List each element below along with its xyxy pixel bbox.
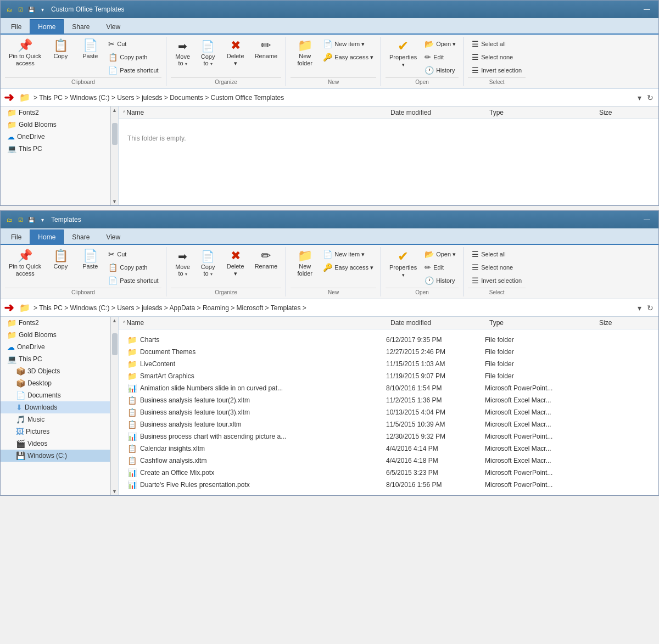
easy-access-button[interactable]: 🔑Easy access ▾ <box>320 51 376 63</box>
nav-scrollbar-track[interactable]: ▲ ▼ <box>110 107 118 205</box>
history-button[interactable]: 🕐History <box>422 275 459 287</box>
tab-share[interactable]: Share <box>64 229 98 244</box>
move-to-button[interactable]: ➡Moveto ▾ <box>171 248 195 278</box>
column-header-name[interactable]: ^ Name <box>123 319 390 327</box>
file-row[interactable]: 📋Business analysis feature tour(2).xltm1… <box>123 394 654 406</box>
column-header-date-modified[interactable]: Date modified <box>390 319 489 327</box>
file-row[interactable]: 📊Animation slide Numbers slide in on cur… <box>123 382 654 394</box>
rename-button[interactable]: ✏Rename <box>251 248 282 272</box>
nav-item-pictures[interactable]: 🖼Pictures <box>1 425 110 438</box>
paste-button[interactable]: 📄Paste <box>76 38 104 61</box>
invert-selection-button[interactable]: ☰Invert selection <box>468 275 526 287</box>
file-row[interactable]: 📋Business analysis feature tour.xltm11/5… <box>123 418 654 430</box>
nav-item-gold-blooms[interactable]: 📁Gold Blooms <box>1 329 110 341</box>
nav-item-this-pc[interactable]: 💻This PC <box>1 353 110 365</box>
nav-item-onedrive[interactable]: ☁OneDrive <box>1 341 110 353</box>
select-none-button[interactable]: ☰Select none <box>468 261 526 273</box>
file-row[interactable]: 📁Document Themes12/27/2015 2:46 PMFile f… <box>123 346 654 358</box>
copy-to-button[interactable]: 📄Copyto ▾ <box>196 38 220 68</box>
edit-button[interactable]: ✏Edit <box>422 261 459 273</box>
file-row[interactable]: 📊Business process chart with ascending p… <box>123 430 654 443</box>
copy-to-button[interactable]: 📄Copyto ▾ <box>196 248 220 278</box>
select-all-button[interactable]: ☰Select all <box>468 38 526 50</box>
scrollbar-thumb[interactable] <box>112 333 118 355</box>
select-all-button[interactable]: ☰Select all <box>468 248 526 260</box>
nav-item-onedrive[interactable]: ☁OneDrive <box>1 131 110 143</box>
new-folder-button[interactable]: 📁Newfolder <box>291 248 319 279</box>
nav-item-desktop[interactable]: 📦Desktop <box>1 377 110 389</box>
nav-item-music[interactable]: 🎵Music <box>1 413 110 425</box>
column-header-size[interactable]: Size <box>599 319 654 327</box>
file-row[interactable]: 📊Create an Office Mix.potx6/5/2015 3:23 … <box>123 467 654 479</box>
file-row[interactable]: 📊Duarte's Five Rules presentation.potx8/… <box>123 479 654 491</box>
file-row[interactable]: 📋Calendar insights.xltm4/4/2016 4:14 PMM… <box>123 443 654 455</box>
properties-button[interactable]: ✔Properties▾ <box>386 248 421 280</box>
minimize-button[interactable]: — <box>640 214 654 225</box>
scrollbar-down-arrow[interactable]: ▼ <box>111 198 119 205</box>
new-folder-button[interactable]: 📁Newfolder <box>291 38 319 69</box>
edit-button[interactable]: ✏Edit <box>422 51 459 63</box>
file-row[interactable]: 📁Charts6/12/2017 9:35 PMFile folder <box>123 334 654 346</box>
cut-button[interactable]: ✂Cut <box>105 248 161 260</box>
copy-button[interactable]: 📋Copy <box>46 248 75 272</box>
file-row[interactable]: 📋Business analysis feature tour(3).xltm1… <box>123 406 654 418</box>
tab-view[interactable]: View <box>98 229 129 244</box>
open-button[interactable]: 📂Open ▾ <box>422 248 459 260</box>
pin-to-quick-access-button[interactable]: 📌Pin to Quickaccess <box>5 248 45 279</box>
column-header-type[interactable]: Type <box>489 319 599 327</box>
nav-item-documents[interactable]: 📄Documents <box>1 389 110 401</box>
nav-item-windows-c:[interactable]: 💾Windows (C:) <box>1 450 110 462</box>
properties-button[interactable]: ✔Properties▾ <box>386 38 421 70</box>
select-none-button[interactable]: ☰Select none <box>468 51 526 63</box>
scrollbar-up-arrow[interactable]: ▲ <box>111 107 119 114</box>
pin-to-quick-access-button[interactable]: 📌Pin to Quickaccess <box>5 38 45 69</box>
address-path[interactable]: > This PC > Windows (C:) > Users > jules… <box>33 304 633 312</box>
copy-path-button[interactable]: 📋Copy path <box>105 261 161 273</box>
invert-selection-button[interactable]: ☰Invert selection <box>468 64 526 76</box>
address-refresh-button[interactable]: ↻ <box>645 303 655 313</box>
tab-view[interactable]: View <box>98 19 129 33</box>
column-header-name[interactable]: ^ Name <box>123 109 390 116</box>
file-row[interactable]: 📁SmartArt Graphics11/19/2015 9:07 PMFile… <box>123 370 654 382</box>
tab-file[interactable]: File <box>3 19 30 33</box>
address-refresh-button[interactable]: ↻ <box>645 93 655 103</box>
tab-share[interactable]: Share <box>64 19 98 33</box>
nav-item-fonts2[interactable]: 📁Fonts2 <box>1 317 110 329</box>
move-to-button[interactable]: ➡Moveto ▾ <box>171 38 195 68</box>
paste-shortcut-button[interactable]: 📄Paste shortcut <box>105 275 161 287</box>
copy-path-button[interactable]: 📋Copy path <box>105 51 161 63</box>
address-path[interactable]: > This PC > Windows (C:) > Users > jules… <box>33 94 633 102</box>
scrollbar-up-arrow[interactable]: ▲ <box>111 317 119 324</box>
cut-button[interactable]: ✂Cut <box>105 38 161 50</box>
scrollbar-thumb[interactable] <box>112 123 118 145</box>
file-row[interactable]: 📋Cashflow analysis.xltm4/4/2016 4:18 PMM… <box>123 455 654 467</box>
easy-access-button[interactable]: 🔑Easy access ▾ <box>320 261 376 273</box>
column-header-size[interactable]: Size <box>599 109 654 116</box>
new-item-button[interactable]: 📄New item ▾ <box>320 38 376 50</box>
column-header-date-modified[interactable]: Date modified <box>390 109 489 116</box>
file-row[interactable]: 📁LiveContent11/15/2015 1:03 AMFile folde… <box>123 358 654 370</box>
open-button[interactable]: 📂Open ▾ <box>422 38 459 50</box>
nav-scrollbar-track[interactable]: ▲ ▼ <box>110 317 118 495</box>
delete-button[interactable]: ✖Delete▾ <box>221 38 250 69</box>
nav-item-fonts2[interactable]: 📁Fonts2 <box>1 107 110 119</box>
paste-button[interactable]: 📄Paste <box>76 248 104 272</box>
column-header-type[interactable]: Type <box>489 109 599 116</box>
copy-button[interactable]: 📋Copy <box>46 38 75 61</box>
minimize-button[interactable]: — <box>640 4 654 15</box>
tab-home[interactable]: Home <box>30 229 64 244</box>
delete-button[interactable]: ✖Delete▾ <box>221 248 250 279</box>
nav-item-3d-objects[interactable]: 📦3D Objects <box>1 365 110 377</box>
rename-button[interactable]: ✏Rename <box>251 38 282 61</box>
nav-item-videos[interactable]: 🎬Videos <box>1 438 110 450</box>
tab-home[interactable]: Home <box>30 19 64 33</box>
new-item-button[interactable]: 📄New item ▾ <box>320 248 376 260</box>
paste-shortcut-button[interactable]: 📄Paste shortcut <box>105 64 161 76</box>
tab-file[interactable]: File <box>3 229 30 244</box>
address-dropdown-button[interactable]: ▾ <box>636 93 643 103</box>
nav-item-gold-blooms[interactable]: 📁Gold Blooms <box>1 119 110 131</box>
nav-item-downloads[interactable]: ⬇Downloads <box>1 401 110 413</box>
address-dropdown-button[interactable]: ▾ <box>636 303 643 313</box>
nav-item-this-pc[interactable]: 💻This PC <box>1 143 110 155</box>
history-button[interactable]: 🕐History <box>422 64 459 76</box>
